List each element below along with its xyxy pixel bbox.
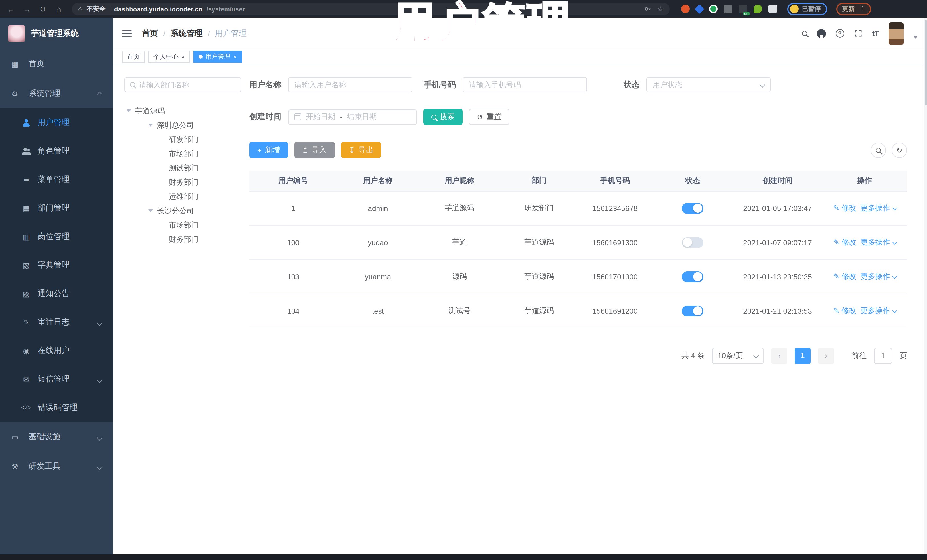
date-range-picker[interactable]: 开始日期 - 结束日期 bbox=[288, 109, 417, 124]
more-actions-link[interactable]: 更多操作 bbox=[860, 306, 896, 315]
fullscreen-icon[interactable] bbox=[854, 29, 862, 38]
refresh-table-button[interactable]: ↻ bbox=[892, 142, 907, 158]
prev-page-button[interactable]: ‹ bbox=[771, 348, 787, 364]
security-label[interactable]: 不安全 bbox=[87, 5, 106, 13]
close-icon[interactable]: × bbox=[233, 53, 237, 59]
sidebar-item-首页[interactable]: ▦首页 bbox=[0, 49, 113, 79]
edit-label: 修改 bbox=[842, 306, 857, 315]
tree-node-芋道源码[interactable]: 芋道源码 bbox=[125, 104, 241, 118]
sidebar-item-字典管理[interactable]: ▧字典管理 bbox=[0, 251, 113, 279]
page-size-select[interactable]: 10条/页 bbox=[712, 348, 764, 364]
extension-icon-gem[interactable] bbox=[694, 4, 704, 14]
extension-icon-list[interactable]: on bbox=[739, 5, 747, 13]
more-actions-link[interactable]: 更多操作 bbox=[860, 238, 896, 246]
tree-node-深圳总公司[interactable]: 深圳总公司 bbox=[125, 118, 241, 132]
caret-down-icon[interactable] bbox=[913, 36, 918, 39]
tree-node-label: 研发部门 bbox=[169, 134, 199, 144]
extension-icon-tadpole[interactable] bbox=[754, 5, 762, 13]
home-icon[interactable]: ⌂ bbox=[53, 3, 65, 15]
extension-icon-green-circle[interactable] bbox=[709, 5, 718, 13]
breadcrumb-item[interactable]: 系统管理 bbox=[170, 28, 202, 38]
goto-page-input[interactable] bbox=[874, 348, 892, 364]
edit-pencil-icon: ✎ bbox=[833, 238, 842, 246]
status-toggle[interactable] bbox=[682, 271, 704, 282]
online-user-icon: ◉ bbox=[22, 346, 31, 355]
date-start-placeholder: 开始日期 bbox=[306, 112, 336, 122]
tree-node-市场部门[interactable]: 市场部门 bbox=[125, 218, 241, 232]
tab-用户管理[interactable]: 用户管理× bbox=[193, 50, 242, 62]
tab-label: 用户管理 bbox=[205, 52, 231, 61]
collapse-sidebar-icon[interactable] bbox=[122, 30, 132, 37]
mobile-input[interactable] bbox=[469, 80, 581, 89]
username-input[interactable] bbox=[294, 80, 406, 89]
page-1-button[interactable]: 1 bbox=[795, 348, 811, 364]
tree-node-测试部门[interactable]: 测试部门 bbox=[125, 161, 241, 175]
department-search-input[interactable] bbox=[139, 81, 236, 89]
sidebar-item-角色管理[interactable]: 角色管理 bbox=[0, 137, 113, 165]
add-button[interactable]: + 新增 bbox=[249, 142, 288, 158]
next-page-button[interactable]: › bbox=[818, 348, 834, 364]
app-logo-row[interactable]: 芋道管理系统 bbox=[0, 18, 113, 49]
scrollbar-thumb[interactable] bbox=[925, 20, 927, 106]
tree-caret-icon[interactable] bbox=[127, 109, 131, 112]
export-button[interactable]: ↧ 导出 bbox=[341, 142, 381, 158]
import-button[interactable]: ↥ 导入 bbox=[294, 142, 334, 158]
status-toggle[interactable] bbox=[682, 203, 704, 214]
sidebar-item-错误码管理[interactable]: </>错误码管理 bbox=[0, 393, 113, 422]
close-icon[interactable]: × bbox=[181, 53, 185, 59]
search-icon[interactable] bbox=[802, 31, 807, 36]
window-scrollbar[interactable] bbox=[924, 18, 927, 554]
more-actions-link[interactable]: 更多操作 bbox=[860, 203, 896, 212]
status-select[interactable]: 用户状态 bbox=[646, 77, 771, 93]
search-button[interactable]: 搜索 bbox=[423, 109, 463, 125]
sidebar-item-研发工具[interactable]: ⚒研发工具 bbox=[0, 452, 113, 481]
tree-node-市场部门[interactable]: 市场部门 bbox=[125, 147, 241, 161]
tree-node-财务部门[interactable]: 财务部门 bbox=[125, 175, 241, 189]
font-size-icon[interactable]: tT bbox=[872, 29, 879, 38]
sidebar-item-菜单管理[interactable]: ≣菜单管理 bbox=[0, 165, 113, 194]
reset-button[interactable]: ↺ 重置 bbox=[469, 109, 509, 125]
sidebar-item-用户管理[interactable]: 用户管理 bbox=[0, 108, 113, 137]
sidebar-item-通知公告[interactable]: ▨通知公告 bbox=[0, 279, 113, 308]
github-icon[interactable] bbox=[817, 29, 826, 38]
key-icon[interactable] bbox=[644, 5, 652, 12]
url-host[interactable]: dashboard.yudao.iocoder.cn bbox=[114, 5, 202, 12]
browser-update-button[interactable]: 更新 ⋮ bbox=[836, 3, 871, 15]
tree-caret-icon[interactable] bbox=[148, 124, 153, 127]
show-search-button[interactable] bbox=[871, 142, 886, 158]
user-avatar[interactable] bbox=[889, 22, 904, 45]
edit-link[interactable]: ✎ 修改 bbox=[833, 306, 856, 315]
sidebar-item-部门管理[interactable]: ▤部门管理 bbox=[0, 194, 113, 222]
more-actions-link[interactable]: 更多操作 bbox=[860, 272, 896, 281]
edit-link[interactable]: ✎ 修改 bbox=[833, 203, 856, 212]
sidebar-item-短信管理[interactable]: ✉短信管理 bbox=[0, 365, 113, 393]
edit-link[interactable]: ✎ 修改 bbox=[833, 238, 856, 246]
sidebar-item-系统管理[interactable]: ⚙系统管理 bbox=[0, 79, 113, 108]
tree-node-研发部门[interactable]: 研发部门 bbox=[125, 132, 241, 147]
tree-node-长沙分公司[interactable]: 长沙分公司 bbox=[125, 203, 241, 218]
extension-icon-puzzle[interactable] bbox=[768, 5, 777, 13]
forward-arrow-icon[interactable]: → bbox=[21, 3, 33, 15]
browser-profile-chip[interactable]: 已暂停 bbox=[787, 3, 827, 15]
tree-caret-icon[interactable] bbox=[148, 209, 153, 212]
address-bar[interactable]: ⚠ 不安全 dashboard.yudao.iocoder.cn/system/… bbox=[72, 3, 670, 15]
tree-node-运维部门[interactable]: 运维部门 bbox=[125, 189, 241, 203]
sidebar-item-在线用户[interactable]: ◉在线用户 bbox=[0, 337, 113, 365]
sidebar-item-岗位管理[interactable]: ▥岗位管理 bbox=[0, 222, 113, 251]
tab-首页[interactable]: 首页 bbox=[122, 50, 145, 62]
extension-icon-orange[interactable] bbox=[681, 5, 690, 13]
back-arrow-icon[interactable]: ← bbox=[5, 3, 17, 15]
extension-icon-grid[interactable] bbox=[724, 5, 732, 13]
edit-link[interactable]: ✎ 修改 bbox=[833, 272, 856, 281]
breadcrumb-item[interactable]: 首页 bbox=[142, 28, 158, 38]
sidebar-item-基础设施[interactable]: ▭基础设施 bbox=[0, 422, 113, 452]
bookmark-star-icon[interactable]: ☆ bbox=[658, 5, 664, 13]
tree-node-财务部门[interactable]: 财务部门 bbox=[125, 232, 241, 246]
sidebar-item-审计日志[interactable]: ✎审计日志 bbox=[0, 308, 113, 337]
kebab-menu-icon[interactable]: ⋮ bbox=[859, 5, 865, 12]
help-icon[interactable]: ? bbox=[836, 29, 844, 38]
status-toggle[interactable] bbox=[682, 305, 704, 316]
tab-个人中心[interactable]: 个人中心× bbox=[148, 50, 190, 62]
reload-icon[interactable]: ↻ bbox=[36, 3, 49, 15]
status-toggle[interactable] bbox=[682, 237, 704, 248]
